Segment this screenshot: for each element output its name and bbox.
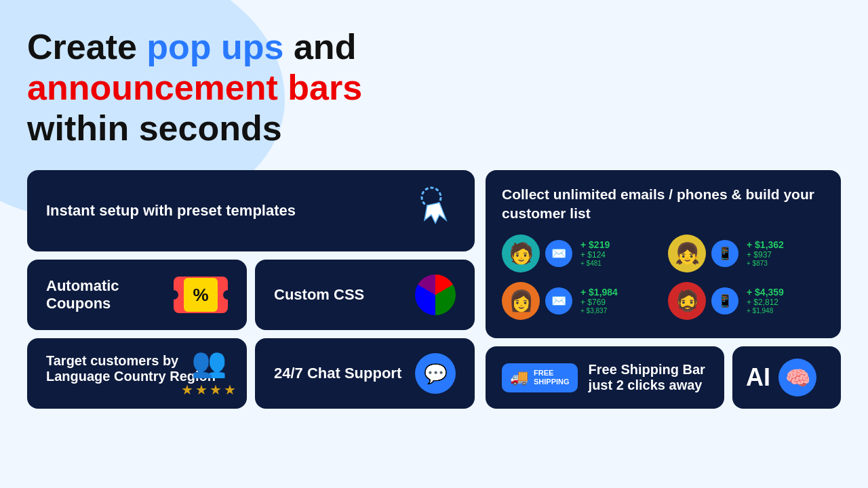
ai-brain-icon: 🧠 [778, 359, 816, 396]
hero-red: announcement bars [27, 68, 362, 107]
hero-middle: and [284, 27, 357, 66]
avatar-2: 👧 [668, 235, 706, 272]
bottom-strip: 🚚 FREE SHIPPING Free Shipping Bar just 2… [486, 346, 841, 409]
people-icon: 👥 ★ ★ ★ ★ [181, 346, 236, 398]
stat-sub-2: + $937 [747, 250, 784, 260]
people-figures-icon: 👥 [191, 346, 226, 379]
stat-main-3: + $1,984 [580, 287, 618, 298]
stars-row: ★ ★ ★ ★ [181, 382, 236, 398]
collect-emails-card: Collect unlimited emails / phones & buil… [486, 170, 841, 338]
middle-row: Automatic Coupons % Custom CSS [27, 260, 475, 330]
customer-row-4: 🧔 📱 + $4,359 + $2,812 + $1,948 [668, 282, 825, 320]
stat-sub-3: + $769 [580, 298, 618, 307]
bottom-row: Target customers by Language Country Reg… [27, 338, 475, 409]
phone-icon-2: 📱 [711, 240, 738, 267]
star-1: ★ [181, 382, 193, 398]
hero-prefix: Create [27, 27, 146, 66]
email-icon-3: ✉️ [545, 287, 572, 314]
chat-support-label: 24/7 Chat Support [274, 365, 407, 382]
star-2: ★ [195, 382, 208, 398]
target-customers-card: Target customers by Language Country Reg… [27, 338, 247, 409]
shipping-badge: 🚚 FREE SHIPPING [502, 363, 578, 392]
stat-values-4: + $4,359 + $2,812 + $1,948 [747, 287, 784, 314]
hero-blue: pop ups [146, 27, 283, 66]
email-icon-1: ✉️ [545, 240, 572, 267]
brain-symbol: 🧠 [785, 366, 810, 390]
stat-main-1: + $219 [580, 239, 610, 250]
stat-main-2: + $1,362 [747, 239, 784, 250]
chat-icon: 💬 [415, 353, 456, 394]
avatar-4: 🧔 [668, 282, 706, 320]
customer-grid: 🧑 ✉️ + $219 + $124 + $481 👧 📱 + [502, 235, 825, 320]
automatic-coupons-card: Automatic Coupons % [27, 260, 247, 330]
coupon-percent-symbol: % [184, 278, 218, 312]
shipping-bar-label: Free Shipping Bar just 2 clicks away [589, 362, 708, 393]
hero-title: Create pop ups and announcement bars wit… [27, 27, 448, 148]
ai-card: AI 🧠 [732, 346, 841, 409]
collect-emails-title: Collect unlimited emails / phones & buil… [502, 185, 825, 222]
customer-row-1: 🧑 ✉️ + $219 + $124 + $481 [502, 235, 658, 272]
color-wheel-icon [415, 274, 456, 315]
shipping-card: 🚚 FREE SHIPPING Free Shipping Bar just 2… [486, 346, 724, 409]
chat-bubble-symbol: 💬 [424, 363, 448, 385]
cursor-icon [412, 185, 456, 237]
stat-values-1: + $219 + $124 + $481 [580, 239, 610, 267]
stat-values-3: + $1,984 + $769 + $3,837 [580, 287, 618, 314]
shipping-badge-line2: SHIPPING [534, 378, 570, 386]
shipping-badge-line1: FREE [534, 369, 570, 378]
stat-sub-4: + $2,812 [747, 298, 784, 307]
star-3: ★ [210, 382, 222, 398]
coupon-icon: % [174, 277, 228, 313]
left-column: Instant setup with preset templates Auto… [27, 170, 475, 409]
avatar-3: 👩 [502, 282, 540, 320]
instant-setup-label: Instant setup with preset templates [46, 202, 404, 220]
custom-css-card: Custom CSS [255, 260, 475, 330]
customer-row-2: 👧 📱 + $1,362 + $937 + $873 [668, 235, 825, 272]
hero-suffix: within seconds [27, 108, 282, 148]
custom-css-label: Custom CSS [274, 286, 407, 304]
automatic-coupons-label: Automatic Coupons [46, 277, 165, 312]
avatar-1: 🧑 [502, 235, 540, 272]
chat-support-card: 24/7 Chat Support 💬 [255, 338, 475, 409]
right-column: Collect unlimited emails / phones & buil… [486, 170, 841, 409]
stat-sub2-3: + $3,837 [580, 307, 618, 314]
truck-icon: 🚚 [510, 369, 528, 386]
ai-label: AI [746, 363, 770, 392]
content-wrapper: Create pop ups and announcement bars wit… [0, 0, 868, 422]
phone-icon-4: 📱 [711, 287, 738, 314]
star-4: ★ [224, 382, 236, 398]
stat-main-4: + $4,359 [747, 287, 784, 298]
customer-row-3: 👩 ✉️ + $1,984 + $769 + $3,837 [502, 282, 658, 320]
stat-sub2-4: + $1,948 [747, 307, 784, 314]
main-grid: Instant setup with preset templates Auto… [27, 170, 841, 409]
stat-sub2-2: + $873 [747, 260, 784, 267]
stat-sub-1: + $124 [580, 250, 610, 260]
stat-values-2: + $1,362 + $937 + $873 [747, 239, 784, 267]
stat-sub2-1: + $481 [580, 260, 610, 267]
instant-setup-card: Instant setup with preset templates [27, 170, 475, 251]
